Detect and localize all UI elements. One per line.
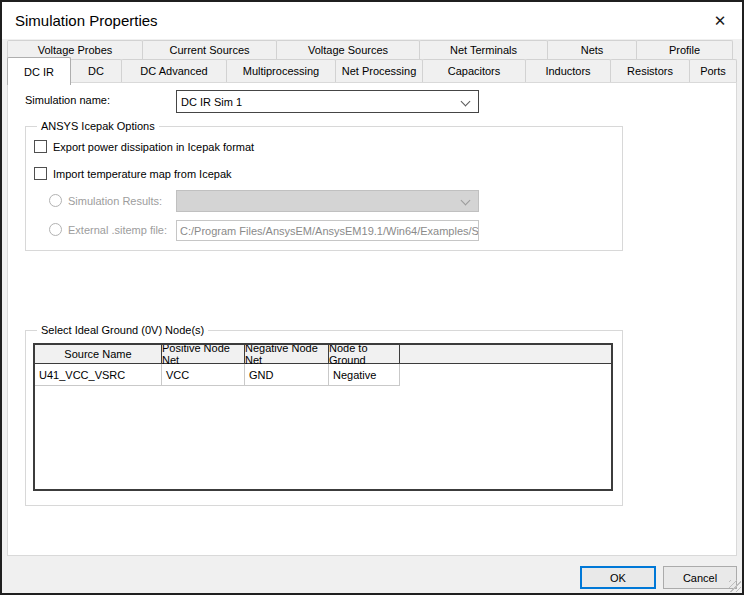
title-bar: Simulation Properties [2,2,742,39]
simulation-results-combobox [176,190,479,212]
tab-current-sources[interactable]: Current Sources [142,40,277,59]
tab-nets[interactable]: Nets [547,40,637,59]
header-node-to-ground[interactable]: Node to Ground [329,345,400,364]
table-header-row: Source Name Positive Node Net Negative N… [35,345,611,364]
simulation-results-row: Simulation Results: [49,194,162,207]
cell-positive-node-net[interactable]: VCC [162,364,245,386]
cancel-button[interactable]: Cancel [663,566,737,589]
simulation-name-value: DC IR Sim 1 [177,96,462,108]
import-temperature-map-row: Import temperature map from Icepak [34,167,232,180]
simulation-name-label: Simulation name: [25,94,110,106]
import-temperature-map-checkbox[interactable] [34,167,47,180]
external-sitemp-label: External .sitemp file: [68,224,167,236]
simulation-properties-dialog: Simulation Properties ✕ Voltage Probes C… [0,0,744,595]
import-temperature-map-label: Import temperature map from Icepak [53,168,232,180]
tab-profile[interactable]: Profile [636,40,733,59]
tab-strip: Voltage Probes Current Sources Voltage S… [7,40,737,85]
resize-grip-icon[interactable] [729,580,741,592]
export-power-dissipation-checkbox[interactable] [34,140,47,153]
tab-row-1: Voltage Probes Current Sources Voltage S… [7,40,737,59]
tab-page-dc-ir: Simulation name: DC IR Sim 1 ANSYS Icepa… [7,82,737,556]
export-power-dissipation-row: Export power dissipation in Icepak forma… [34,140,254,153]
tab-dc-advanced[interactable]: DC Advanced [121,59,227,82]
chevron-down-icon [462,98,470,106]
header-positive-node-net[interactable]: Positive Node Net [162,345,245,364]
table-row[interactable]: U41_VCC_VSRC VCC GND Negative [35,364,611,386]
tab-resistors[interactable]: Resistors [610,59,690,82]
tab-inductors[interactable]: Inductors [525,59,611,82]
external-sitemp-row: External .sitemp file: [49,223,167,236]
tab-multiprocessing[interactable]: Multiprocessing [226,59,336,82]
ideal-ground-group-title: Select Ideal Ground (0V) Node(s) [37,324,208,336]
header-filler [400,345,611,364]
simulation-results-label: Simulation Results: [68,195,162,207]
icepak-options-group: ANSYS Icepak Options Export power dissip… [25,126,623,251]
simulation-results-radio[interactable] [49,194,62,207]
tab-dc-ir[interactable]: DC IR [7,57,71,85]
tab-ports[interactable]: Ports [689,59,737,82]
cell-node-to-ground[interactable]: Negative [329,364,400,386]
window-title: Simulation Properties [15,12,158,29]
tab-dc[interactable]: DC [70,59,122,82]
external-sitemp-path-value: C:/Program Files/AnsysEM/AnsysEM19.1/Win… [177,225,479,237]
close-icon[interactable]: ✕ [708,9,732,33]
ground-nodes-table[interactable]: Source Name Positive Node Net Negative N… [33,343,613,491]
external-sitemp-path-field[interactable]: C:/Program Files/AnsysEM/AnsysEM19.1/Win… [176,220,479,241]
external-sitemp-radio[interactable] [49,223,62,236]
cell-negative-node-net[interactable]: GND [245,364,329,386]
header-source-name[interactable]: Source Name [35,345,162,364]
tab-capacitors[interactable]: Capacitors [422,59,526,82]
header-negative-node-net[interactable]: Negative Node Net [245,345,329,364]
ok-button[interactable]: OK [580,566,656,589]
icepak-options-group-title: ANSYS Icepak Options [37,120,159,132]
tab-voltage-sources[interactable]: Voltage Sources [276,40,420,59]
tab-net-processing[interactable]: Net Processing [335,59,423,82]
export-power-dissipation-label: Export power dissipation in Icepak forma… [53,141,254,153]
cell-source-name[interactable]: U41_VCC_VSRC [35,364,162,386]
ideal-ground-group: Select Ideal Ground (0V) Node(s) Source … [25,330,623,506]
simulation-name-combobox[interactable]: DC IR Sim 1 [176,90,479,113]
tab-net-terminals[interactable]: Net Terminals [419,40,548,59]
chevron-down-icon [462,197,470,205]
